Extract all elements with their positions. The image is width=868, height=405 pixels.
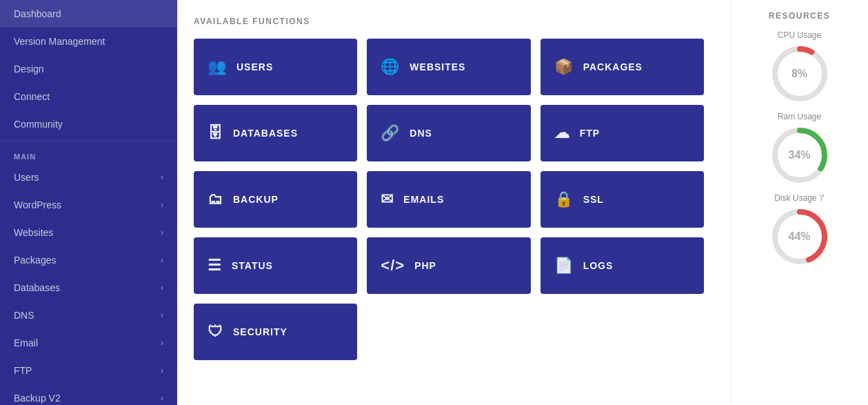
resources-panel: RESOURCES CPU Usage8%Ram Usage34%Disk Us… [730,0,868,405]
packages-func-icon: 📦 [554,58,574,76]
security-func-label: SECURITY [233,326,287,337]
databases-func-icon: 🗄 [208,124,223,142]
sidebar-item-dns[interactable]: DNS› [0,302,177,329]
function-button-php-func[interactable]: </>PHP [367,237,530,294]
resource-label-disk-usage: Disk Usage '/' [774,193,825,203]
function-button-packages-func[interactable]: 📦PACKAGES [541,39,704,95]
emails-func-label: EMAILS [403,194,444,205]
donut-disk-usage: 44% [769,206,831,268]
backup-func-label: BACKUP [233,194,279,205]
available-functions-title: AVAILABLE FUNCTIONS [194,17,714,26]
resource-label-cpu-usage: CPU Usage [778,30,821,40]
sidebar-item-databases[interactable]: Databases› [0,274,177,302]
sidebar-label-email: Email [14,337,38,348]
logs-func-icon: 📄 [554,257,574,275]
chevron-icon-websites: › [161,228,163,237]
websites-func-icon: 🌐 [381,58,400,76]
functions-grid: 👥USERS🌐WEBSITES📦PACKAGES🗄DATABASES🔗DNS☁F… [194,39,704,360]
function-button-emails-func[interactable]: ✉EMAILS [367,171,530,228]
backup-func-icon: 🗂 [208,190,223,208]
donut-cpu-usage: 8% [769,43,831,105]
resource-ram-usage: Ram Usage34% [769,112,831,186]
sidebar-item-design[interactable]: Design [0,55,177,83]
function-button-ftp-func[interactable]: ☁FTP [541,105,704,161]
php-func-icon: </> [381,257,405,275]
sidebar-label-websites: Websites [14,227,53,238]
chevron-icon-databases: › [161,283,163,293]
status-func-icon: ☰ [208,257,222,275]
users-func-label: USERS [236,61,273,72]
ssl-func-icon: 🔒 [554,190,574,208]
donut-text-ram-usage: 34% [788,149,810,161]
sidebar-item-dashboard[interactable]: Dashboard [0,0,177,28]
donut-text-cpu-usage: 8% [791,68,807,80]
dns-func-label: DNS [410,128,432,139]
resource-disk-usage: Disk Usage '/'44% [769,193,831,268]
function-button-ssl-func[interactable]: 🔒SSL [541,171,704,228]
sidebar-label-ftp: FTP [14,365,32,376]
chevron-icon-ftp: › [161,366,163,375]
sidebar-label-packages: Packages [14,255,56,266]
chevron-icon-wordpress: › [161,200,163,210]
sidebar-label-databases: Databases [14,282,60,293]
ssl-func-label: SSL [583,194,604,205]
ftp-func-icon: ☁ [554,124,570,142]
function-button-users-func[interactable]: 👥USERS [194,39,357,95]
security-func-icon: 🛡 [208,323,223,341]
sidebar-item-packages[interactable]: Packages› [0,246,177,274]
websites-func-label: WEBSITES [410,61,465,72]
logs-func-label: LOGS [583,260,614,271]
donut-ram-usage: 34% [769,124,831,186]
chevron-icon-packages: › [161,255,163,265]
sidebar-item-users[interactable]: Users› [0,164,177,191]
sidebar-item-websites[interactable]: Websites› [0,219,177,246]
packages-func-label: PACKAGES [583,61,643,72]
function-button-security-func[interactable]: 🛡SECURITY [194,304,357,360]
sidebar: DashboardVersion ManagementDesignConnect… [0,0,177,405]
dns-func-icon: 🔗 [381,124,400,142]
sidebar-item-wordpress[interactable]: WordPress› [0,191,177,219]
resource-cpu-usage: CPU Usage8% [769,30,831,105]
resource-label-ram-usage: Ram Usage [778,112,821,121]
users-func-icon: 👥 [208,58,227,76]
ftp-func-label: FTP [580,128,600,139]
sidebar-item-connect[interactable]: Connect [0,83,177,110]
chevron-icon-backup-v2: › [161,393,163,403]
function-button-status-func[interactable]: ☰STATUS [194,237,357,294]
sidebar-main-section-label: MAIN [0,144,177,164]
chevron-icon-users: › [161,172,163,182]
donut-text-disk-usage: 44% [788,230,810,243]
function-button-backup-func[interactable]: 🗂BACKUP [194,171,357,228]
sidebar-item-backup-v2[interactable]: Backup V2› [0,384,177,405]
function-button-logs-func[interactable]: 📄LOGS [541,237,704,294]
sidebar-label-users: Users [14,172,39,183]
function-button-dns-func[interactable]: 🔗DNS [367,105,530,161]
sidebar-item-ftp[interactable]: FTP› [0,357,177,384]
emails-func-icon: ✉ [381,190,394,208]
resources-title: RESOURCES [769,11,831,21]
sidebar-item-email[interactable]: Email› [0,329,177,357]
chevron-icon-dns: › [161,310,163,320]
sidebar-item-version-management[interactable]: Version Management [0,28,177,55]
sidebar-label-backup-v2: Backup V2 [14,393,61,404]
php-func-label: PHP [414,260,436,271]
sidebar-item-community[interactable]: Community [0,110,177,138]
databases-func-label: DATABASES [233,128,298,139]
main-content: AVAILABLE FUNCTIONS 👥USERS🌐WEBSITES📦PACK… [177,0,730,405]
chevron-icon-email: › [161,338,163,348]
function-button-databases-func[interactable]: 🗄DATABASES [194,105,357,161]
function-button-websites-func[interactable]: 🌐WEBSITES [367,39,530,95]
status-func-label: STATUS [232,260,273,271]
sidebar-label-dns: DNS [14,310,34,321]
sidebar-label-wordpress: WordPress [14,199,61,210]
